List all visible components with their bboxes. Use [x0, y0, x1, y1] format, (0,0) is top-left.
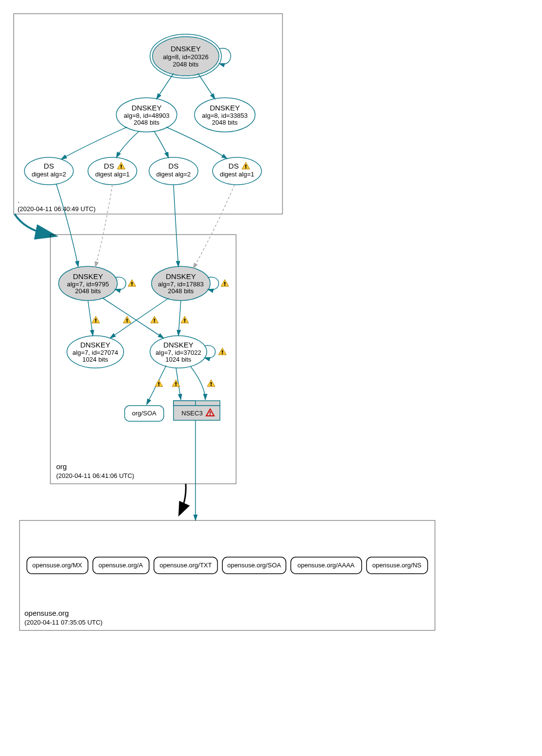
svg-text:2048 bits: 2048 bits — [168, 287, 194, 295]
warning-icon — [221, 280, 229, 286]
edge-dashed — [95, 185, 112, 267]
edge — [191, 367, 205, 400]
svg-text:DS: DS — [104, 162, 114, 170]
svg-text:opensuse.org/A: opensuse.org/A — [98, 562, 143, 569]
edge — [173, 185, 178, 267]
edge — [178, 301, 181, 336]
node-org-soa[interactable]: org/SOA — [125, 406, 164, 421]
svg-text:opensuse.org/AAAA: opensuse.org/AAAA — [297, 562, 354, 569]
svg-text:digest alg=1: digest alg=1 — [95, 171, 130, 178]
svg-text:DS: DS — [229, 162, 239, 170]
dnssec-diagram: . (2020-04-11 06:40:49 UTC) DNSKEY alg=8… — [10, 10, 523, 733]
svg-text:digest alg=2: digest alg=2 — [156, 171, 191, 178]
edge — [116, 131, 139, 158]
zone-org-timestamp: (2020-04-11 06:41:06 UTC) — [56, 472, 134, 479]
edge-dashed — [193, 185, 235, 269]
svg-text:NSEC3: NSEC3 — [181, 410, 202, 417]
warning-icon — [181, 316, 189, 323]
svg-text:DNSKEY: DNSKEY — [163, 341, 194, 349]
svg-text:1024 bits: 1024 bits — [83, 356, 108, 363]
svg-text:opensuse.org/NS: opensuse.org/NS — [372, 562, 422, 569]
svg-text:opensuse.org/SOA: opensuse.org/SOA — [227, 562, 281, 569]
svg-text:alg=7, id=37022: alg=7, id=37022 — [155, 349, 201, 356]
zone-root-label: . — [18, 196, 20, 204]
svg-text:DNSKEY: DNSKEY — [131, 104, 162, 112]
warning-icon — [128, 280, 136, 286]
svg-text:alg=8, id=48903: alg=8, id=48903 — [124, 112, 169, 119]
node-org-k3[interactable]: DNSKEY alg=7, id=27074 1024 bits — [67, 336, 124, 368]
node-root-zsk1[interactable]: DNSKEY alg=8, id=48903 2048 bits — [116, 98, 177, 132]
svg-text:DNSKEY: DNSKEY — [171, 44, 201, 53]
edge — [198, 73, 215, 99]
record-aaaa[interactable]: opensuse.org/AAAA — [291, 557, 362, 574]
warning-icon — [123, 316, 131, 323]
edge — [154, 131, 169, 158]
record-a[interactable]: opensuse.org/A — [93, 557, 149, 574]
svg-text:org/SOA: org/SOA — [132, 410, 156, 417]
svg-text:alg=7, id=27074: alg=7, id=27074 — [72, 349, 118, 356]
node-org-k2[interactable]: DNSKEY alg=7, id=17883 2048 bits — [152, 266, 210, 301]
edge — [61, 127, 127, 159]
zone-opensuse-timestamp: (2020-04-11 07:35:05 UTC) — [24, 619, 103, 626]
svg-text:alg=8, id=33853: alg=8, id=33853 — [202, 112, 247, 119]
edge — [110, 298, 169, 338]
node-ds4[interactable]: DS digest alg=1 — [213, 157, 261, 185]
svg-text:DNSKEY: DNSKEY — [73, 272, 103, 281]
node-root-zsk2[interactable]: DNSKEY alg=8, id=33853 2048 bits — [195, 98, 255, 132]
record-soa[interactable]: opensuse.org/SOA — [222, 557, 286, 574]
record-ns[interactable]: opensuse.org/NS — [367, 557, 428, 574]
svg-text:alg=7, id=17883: alg=7, id=17883 — [158, 281, 203, 288]
svg-text:DNSKEY: DNSKEY — [166, 272, 196, 281]
warning-icon — [92, 316, 100, 323]
node-nsec3[interactable]: NSEC3 — [173, 401, 220, 420]
edge — [88, 301, 93, 336]
record-mx[interactable]: opensuse.org/MX — [27, 557, 88, 574]
node-org-k4[interactable]: DNSKEY alg=7, id=37022 1024 bits — [150, 336, 207, 368]
warning-icon — [218, 348, 226, 355]
record-txt[interactable]: opensuse.org/TXT — [154, 557, 217, 574]
svg-rect-48 — [173, 401, 195, 406]
svg-text:1024 bits: 1024 bits — [166, 356, 192, 363]
node-org-k1[interactable]: DNSKEY alg=7, id=9795 2048 bits — [59, 266, 117, 301]
node-root-ksk[interactable]: DNSKEY alg=8, id=20326 2048 bits — [150, 34, 221, 78]
svg-text:DNSKEY: DNSKEY — [80, 341, 110, 349]
edge-self-rootksk — [219, 48, 231, 65]
svg-text:alg=7, id=9795: alg=7, id=9795 — [67, 281, 109, 288]
zone-opensuse — [20, 520, 435, 630]
warning-icon — [151, 316, 158, 323]
warning-icon — [207, 380, 215, 387]
zone-opensuse-label: opensuse.org — [24, 609, 69, 617]
svg-text:DS: DS — [44, 162, 54, 170]
edge — [156, 73, 173, 99]
svg-text:DNSKEY: DNSKEY — [210, 104, 240, 112]
warning-icon — [155, 380, 163, 387]
edge-root-to-org — [15, 214, 49, 235]
edge — [56, 184, 78, 267]
zone-root-timestamp: (2020-04-11 06:40:49 UTC) — [18, 205, 96, 213]
svg-text:opensuse.org/MX: opensuse.org/MX — [32, 562, 82, 569]
node-ds2[interactable]: DS digest alg=1 — [88, 157, 137, 185]
node-ds3[interactable]: DS digest alg=2 — [149, 157, 198, 185]
svg-text:opensuse.org/TXT: opensuse.org/TXT — [160, 562, 212, 569]
zone-org-label: org — [56, 462, 67, 471]
svg-text:digest alg=2: digest alg=2 — [32, 171, 66, 178]
svg-text:2048 bits: 2048 bits — [173, 61, 199, 68]
svg-text:digest alg=1: digest alg=1 — [220, 171, 254, 178]
svg-text:2048 bits: 2048 bits — [212, 119, 238, 126]
edge-org-to-opensuse — [181, 484, 186, 511]
svg-text:alg=8, id=20326: alg=8, id=20326 — [163, 53, 208, 61]
svg-text:2048 bits: 2048 bits — [134, 119, 160, 126]
svg-text:2048 bits: 2048 bits — [75, 287, 101, 295]
svg-text:DS: DS — [169, 162, 179, 170]
node-ds1[interactable]: DS digest alg=2 — [24, 157, 73, 185]
